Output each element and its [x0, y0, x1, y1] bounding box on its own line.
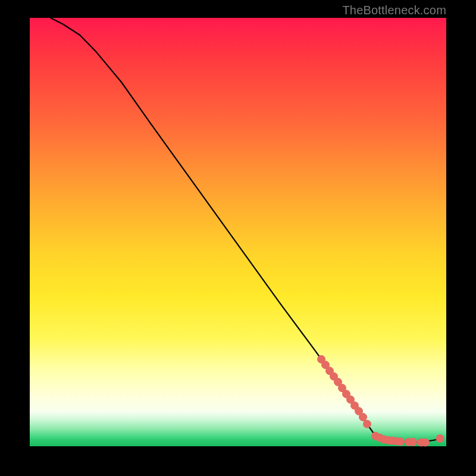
data-dot	[409, 438, 417, 446]
data-dot	[397, 438, 405, 446]
attribution-label: TheBottleneck.com	[342, 4, 446, 17]
data-dot	[364, 420, 371, 428]
data-dot	[436, 435, 444, 443]
data-dots	[318, 355, 444, 446]
data-dot	[422, 439, 430, 446]
chart-frame: TheBottleneck.com	[0, 0, 476, 476]
data-dot	[359, 414, 367, 421]
bottleneck-curve	[51, 18, 438, 443]
plot-area	[30, 18, 446, 446]
chart-overlay	[30, 18, 446, 446]
